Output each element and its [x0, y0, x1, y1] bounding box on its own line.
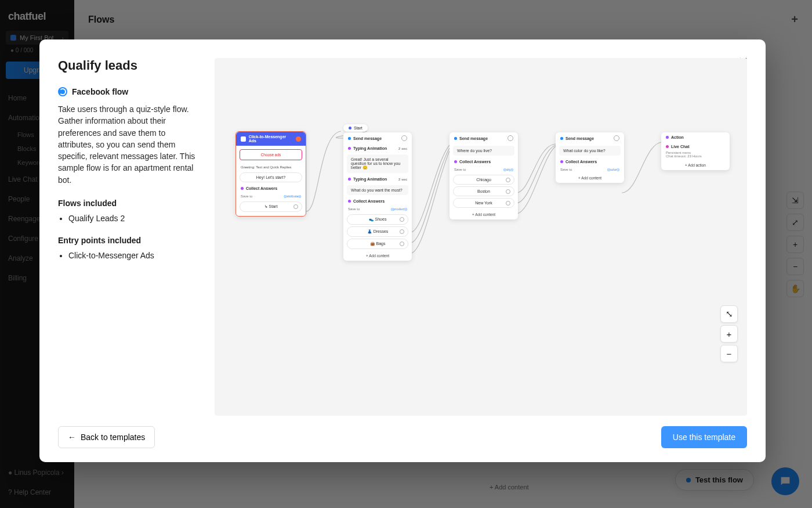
options-icon — [401, 135, 407, 141]
connector-icon — [506, 201, 510, 206]
flow-preview: Start Click-to-Messenger Ads Choose ads … — [215, 58, 747, 416]
add-content[interactable]: + Add content — [449, 210, 518, 219]
use-template-button[interactable]: Use this template — [661, 426, 747, 448]
option-pill[interactable]: Boston — [453, 186, 514, 196]
add-action[interactable]: + Add action — [661, 160, 730, 170]
attr-value: {{product}} — [391, 207, 407, 211]
add-content[interactable]: + Add content — [556, 173, 624, 183]
flow-card-send-1[interactable]: Send message Typing Animation2 sec Great… — [343, 132, 412, 261]
collect-icon — [454, 160, 457, 163]
collect-label: Collect Answers — [246, 186, 277, 190]
connector-icon — [506, 189, 510, 194]
card-title: Click-to-Messenger Ads — [249, 135, 293, 143]
message-text: Where do you live? — [453, 146, 514, 156]
send-icon — [560, 137, 563, 140]
quick-reply[interactable]: Hey! Let's start? — [240, 172, 302, 182]
attr-value: {{attribute}} — [284, 194, 301, 198]
options-icon — [614, 135, 619, 141]
list-item: Qualify Leads 2 — [68, 214, 203, 223]
saveto-label: Save to — [560, 168, 572, 171]
back-label: Back to templates — [81, 433, 145, 442]
flows-included-heading: Flows included — [58, 199, 203, 208]
collect-label: Collect Answers — [566, 160, 597, 164]
collect-icon — [241, 187, 244, 190]
send-icon — [454, 137, 457, 140]
list-item: Click-to-Messenger Ads — [68, 251, 203, 260]
typing-icon — [348, 147, 351, 150]
start-badge: Start — [343, 124, 368, 132]
typing-duration: 2 sec — [398, 147, 407, 150]
flow-type-label: Facebook flow — [72, 87, 128, 96]
option-pill[interactable]: 👜 Bags — [347, 239, 408, 249]
card-title: Send message — [353, 136, 382, 140]
preview-zoom-out[interactable]: − — [720, 345, 738, 362]
typing-icon — [348, 178, 351, 181]
card-title: Action — [671, 135, 684, 139]
choose-ads-button[interactable]: Choose ads — [240, 149, 302, 160]
start-pill[interactable]: ↳ Start — [240, 201, 302, 212]
facebook-icon — [58, 87, 67, 96]
message-text: What color do you like? — [559, 146, 621, 156]
entry-points-list: Click-to-Messenger Ads — [58, 251, 203, 260]
warning-icon — [296, 136, 301, 142]
start-dot-icon — [349, 127, 351, 129]
template-modal: ✕ Qualify leads Facebook flow Take users… — [39, 39, 766, 462]
back-button[interactable]: ← Back to templates — [58, 426, 155, 448]
connector-icon — [400, 242, 404, 246]
typing-duration: 2 sec — [398, 178, 407, 181]
saveto-label: Save to — [241, 194, 252, 198]
collect-label: Collect Answers — [459, 160, 491, 164]
entry-points-heading: Entry points included — [58, 236, 203, 245]
attr-value: {{color}} — [607, 168, 619, 171]
flow-card-entry[interactable]: Click-to-Messenger Ads Choose ads Greeti… — [235, 131, 306, 217]
options-icon — [507, 135, 513, 141]
saveto-label: Save to — [454, 168, 466, 171]
flow-card-send-2[interactable]: Send message Where do you live? Collect … — [449, 132, 518, 219]
message-text: Great! Just a several question for us to… — [347, 154, 408, 173]
livechat-icon — [666, 145, 669, 148]
message-text: What do you want the most? — [347, 185, 408, 195]
option-pill[interactable]: Chicago — [453, 175, 514, 185]
typing-label: Typing Animation — [353, 146, 387, 150]
timeout-label: Chat timeout: 23 Hours — [661, 154, 730, 160]
start-label: Start — [354, 126, 362, 130]
saveto-label: Save to — [348, 207, 360, 211]
connector-icon — [400, 217, 404, 222]
livechat-label: Live Chat — [671, 145, 690, 149]
collect-icon — [348, 200, 351, 203]
collect-icon — [560, 160, 563, 163]
option-pill[interactable]: 👟 Shoes — [347, 214, 408, 225]
add-content[interactable]: + Add content — [343, 251, 412, 261]
modal-sidebar: Qualify leads Facebook flow Take users t… — [58, 58, 203, 416]
card-title: Send message — [566, 136, 594, 140]
option-pill[interactable]: 👗 Dresses — [347, 226, 408, 237]
attr-value: {{city}} — [503, 168, 513, 171]
connector-icon — [293, 204, 298, 209]
modal-description: Take users through a quiz-style flow. Ga… — [58, 103, 203, 186]
send-icon — [348, 137, 351, 140]
option-pill[interactable]: New York — [453, 198, 514, 208]
action-icon — [666, 136, 669, 139]
modal-title: Qualify leads — [58, 58, 203, 73]
preview-compress-icon[interactable]: ⤡ — [720, 305, 738, 323]
ads-icon — [241, 136, 246, 142]
preview-zoom-in[interactable]: + — [720, 325, 738, 343]
greeting-label: Greeting: Text and Quick Replies — [236, 164, 306, 171]
typing-label: Typing Animation — [353, 177, 387, 181]
flow-card-send-3[interactable]: Send message What color do you like? Col… — [556, 132, 624, 183]
connectors — [215, 58, 747, 416]
flow-card-action[interactable]: Action Live Chat Persistent menu Chat ti… — [661, 132, 730, 170]
flows-included-list: Qualify Leads 2 — [58, 214, 203, 223]
connector-icon — [400, 229, 404, 234]
card-title: Send message — [459, 136, 488, 140]
collect-label: Collect Answers — [353, 199, 385, 203]
arrow-left-icon: ← — [68, 433, 76, 442]
connector-icon — [506, 178, 510, 182]
